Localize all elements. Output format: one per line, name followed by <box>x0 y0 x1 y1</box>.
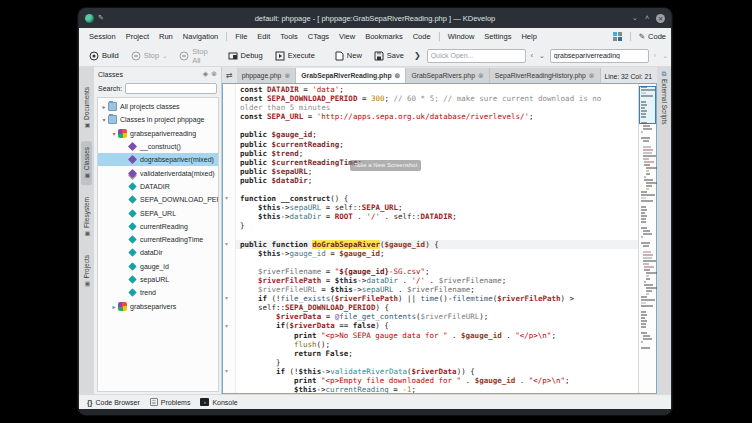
menu-bookmarks[interactable]: Bookmarks <box>360 30 408 43</box>
bottom-tab-code-browser[interactable]: {}Code Browser <box>87 399 140 406</box>
tree-item-sepaurl[interactable]: sepaURL <box>98 273 218 286</box>
tree-item-grabsepariverreading[interactable]: ▾grabsepariverreading <box>98 127 218 140</box>
code-area-button[interactable]: ✎ Code <box>639 32 666 41</box>
classes-panel-title: Classes <box>98 71 200 78</box>
stop-all-button[interactable]: Stop All <box>175 45 211 67</box>
tab-label: phppage.php <box>242 72 282 79</box>
tab-separiverreadinghistory.php[interactable]: SepaRiverReadingHistory.php⊗ <box>490 68 601 83</box>
tree-item-label: DATADIR <box>140 183 170 190</box>
tab-filesystem[interactable]: ▣Filesystem <box>81 191 92 243</box>
projects-icon: ▣ <box>83 281 90 288</box>
editor-gutter[interactable]: ▾▾▾▾▾ <box>223 84 236 393</box>
tree-item-all-projects-classes[interactable]: ▸All projects classes <box>98 100 218 113</box>
editor[interactable]: ▾▾▾▾▾ Take a New Screenshot const DATADI… <box>222 83 657 394</box>
class-search-input[interactable] <box>125 83 217 94</box>
tree-item-dograbsepariver-mixed-[interactable]: dograbsepariver(mixed) <box>98 153 218 166</box>
tree-expander-icon[interactable]: ▾ <box>100 116 108 123</box>
filesystem-icon: ▣ <box>83 230 90 237</box>
fold-marker-icon[interactable]: ▾ <box>225 194 228 203</box>
menu-separator <box>439 32 440 41</box>
toolbar-button-label: Save <box>387 51 404 60</box>
search-options-icon[interactable]: ⌄ <box>661 52 669 60</box>
menu-code[interactable]: Code <box>408 30 436 43</box>
quick-open-input[interactable] <box>427 49 526 63</box>
tree-item--construct-[interactable]: __construct() <box>98 140 218 153</box>
tree-item-currentreading[interactable]: currentReading <box>98 220 218 233</box>
tree-item-validateriverdata-mixed-[interactable]: validateriverdata(mixed) <box>98 166 218 179</box>
execute-button[interactable]: Execute <box>271 49 319 63</box>
maximize-icon[interactable]: ˄ <box>645 14 649 23</box>
fold-marker-icon[interactable]: ▾ <box>225 294 228 303</box>
save-button[interactable]: Save <box>370 49 408 63</box>
tab-phppage.php[interactable]: phppage.php⊗ <box>237 68 297 83</box>
tree-item-grabseparivers[interactable]: ▸grabseparivers <box>98 299 218 312</box>
menu-ctags[interactable]: CTags <box>303 30 334 43</box>
tab-close-icon[interactable]: ⊗ <box>478 72 484 80</box>
minimap-scrollbar[interactable] <box>638 84 656 393</box>
menu-window[interactable]: Window <box>443 30 480 43</box>
tree-item-datadir[interactable]: DATADIR <box>98 180 218 193</box>
code-line: if (!file_exists($riverFilePath) || time… <box>236 294 638 303</box>
bottom-tab-konsole[interactable]: ›Konsole <box>200 398 237 406</box>
minimize-icon[interactable]: ⌄ <box>632 14 638 23</box>
build-button[interactable]: Build <box>85 49 123 63</box>
fold-marker-icon[interactable]: ▾ <box>225 240 228 249</box>
tab-grabseparivers.php[interactable]: GrabSepaRivers.php⊗ <box>406 68 489 83</box>
title-bar[interactable]: ✎ default: phppage - [ phppage:GrabSepaR… <box>79 8 671 28</box>
area-switcher-icon[interactable] <box>613 32 622 41</box>
tab-close-icon[interactable]: ⊗ <box>284 72 290 80</box>
tree-item-classes-in-project-phppage[interactable]: ▾Classes in project phppage <box>98 113 218 126</box>
tab-projects[interactable]: ▣Projects <box>81 249 92 293</box>
new-button[interactable]: New <box>331 49 366 63</box>
dropdown-caret-icon[interactable]: ⌄ <box>162 52 167 59</box>
menu-view[interactable]: View <box>334 30 360 43</box>
menu-bar: SessionProjectRunNavigationFileEditTools… <box>79 28 671 45</box>
code-area[interactable]: Take a New Screenshot const DATADIR = 'd… <box>236 84 638 393</box>
menu-session[interactable]: Session <box>84 30 121 43</box>
float-panel-icon[interactable]: ◈ <box>203 70 208 78</box>
fold-marker-icon[interactable]: ▾ <box>225 322 228 331</box>
fold-marker-icon[interactable]: ▾ <box>225 367 228 376</box>
tree-item-sepa-url[interactable]: SEPA_URL <box>98 206 218 219</box>
toolbar-overflow-chevron[interactable]: ❯ <box>412 51 423 60</box>
bottom-tab-label: Code Browser <box>95 399 139 406</box>
tab-close-icon[interactable]: ⊗ <box>589 72 595 80</box>
tree-item-label: trend <box>140 289 156 296</box>
field-icon <box>128 275 136 283</box>
tab-grabsepariverreading.php[interactable]: GrabSepaRiverReading.php⊗ <box>296 68 406 83</box>
editor-search-input[interactable] <box>550 49 649 63</box>
tree-item-gauge-id[interactable]: gauge_id <box>98 260 218 273</box>
menu-file[interactable]: File <box>230 30 252 43</box>
tree-expander-icon[interactable]: ▾ <box>110 130 118 137</box>
menu-tools[interactable]: Tools <box>275 30 303 43</box>
bottom-tab-problems[interactable]: ☰Problems <box>150 398 191 406</box>
tab-external-scripts[interactable]: ⧉ External Scripts <box>658 69 670 127</box>
code-line: $riverFileURL = $this->sepaURL . $riverF… <box>236 285 638 294</box>
tab-close-icon[interactable]: ⊗ <box>395 72 401 80</box>
field-icon <box>128 235 136 243</box>
menu-edit[interactable]: Edit <box>252 30 275 43</box>
tree-item-datadir[interactable]: dataDir <box>98 246 218 259</box>
code-line: function __construct() { <box>236 194 638 203</box>
menu-navigation[interactable]: Navigation <box>178 30 223 43</box>
document-switcher-icon[interactable]: ⇄ <box>222 71 237 83</box>
close-icon[interactable]: ✕ <box>656 14 665 23</box>
tree-item-currentreadingtime[interactable]: currentReadingTime <box>98 233 218 246</box>
tree-expander-icon[interactable]: ▸ <box>110 303 118 310</box>
close-panel-icon[interactable]: ⊗ <box>211 70 217 78</box>
tab-classes[interactable]: ▣Classes <box>81 141 92 185</box>
search-next-icon[interactable]: › <box>653 52 657 59</box>
tree-item-label: currentReadingTime <box>140 236 203 243</box>
tab-documents[interactable]: ▣Documents <box>81 81 92 135</box>
tree-item-trend[interactable]: trend <box>98 286 218 299</box>
tree-expander-icon[interactable]: ▸ <box>100 103 108 110</box>
stop-button[interactable]: Stop⌄ <box>127 49 171 63</box>
tree-item-sepa-download-period[interactable]: SEPA_DOWNLOAD_PERIOD <box>98 193 218 206</box>
debug-button[interactable]: Debug <box>224 49 267 63</box>
search-prev-icon[interactable]: ‹ <box>530 52 534 59</box>
menu-help[interactable]: Help <box>516 30 541 43</box>
menu-project[interactable]: Project <box>121 30 154 43</box>
menu-settings[interactable]: Settings <box>479 30 516 43</box>
menu-run[interactable]: Run <box>154 30 178 43</box>
search-dropdown-icon[interactable]: ⌄ <box>538 52 546 60</box>
